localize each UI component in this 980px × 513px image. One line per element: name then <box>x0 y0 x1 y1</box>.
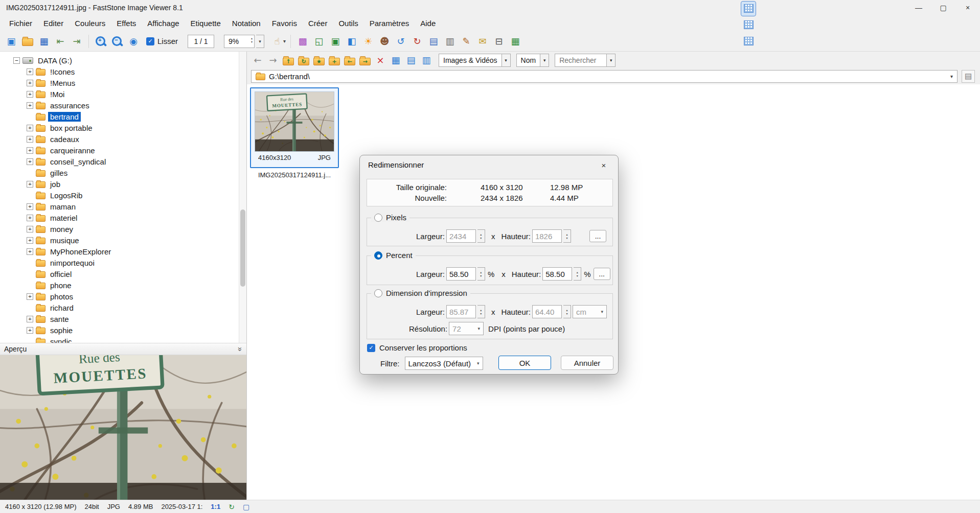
forward-icon[interactable]: → <box>266 54 280 67</box>
copy-to-icon[interactable]: ⇤ <box>53 34 67 49</box>
tree-item-officiel[interactable]: officiel <box>5 268 246 279</box>
expand-icon[interactable]: + <box>27 237 33 244</box>
expand-icon[interactable]: + <box>27 181 33 188</box>
favorites-folder-icon[interactable]: ★ <box>312 54 326 67</box>
tree-item--menus[interactable]: +!Menus <box>5 77 246 88</box>
details-view-icon[interactable]: ▥ <box>420 54 433 67</box>
new-folder-icon[interactable]: + <box>328 54 341 67</box>
expand-icon[interactable]: + <box>27 102 33 109</box>
percent-radio[interactable] <box>374 251 382 260</box>
search-input[interactable] <box>555 54 607 67</box>
tree-label[interactable]: carqueiranne <box>48 146 97 155</box>
menu-favoris[interactable]: Favoris <box>267 17 302 30</box>
smooth-checkbox[interactable]: ✓ Lisser <box>146 37 178 45</box>
expand-icon[interactable]: + <box>27 316 33 322</box>
tree-label[interactable]: !Icones <box>48 67 77 77</box>
tree-label[interactable]: richard <box>48 303 76 313</box>
red-eye-icon[interactable]: ☻ <box>377 34 392 49</box>
tree-item-richard[interactable]: richard <box>5 302 246 313</box>
menu-notation[interactable]: Notation <box>227 17 266 30</box>
tree-label[interactable]: gilles <box>48 168 70 178</box>
list-view-icon[interactable]: ▤ <box>404 54 418 67</box>
thumbnail-item-selected[interactable]: 4160x3120 JPG <box>250 87 339 168</box>
print-size-radio[interactable] <box>374 289 382 297</box>
tree-label[interactable]: !Moi <box>48 89 66 99</box>
move-to-icon[interactable]: ⇥ <box>70 34 84 49</box>
tree-item-sante[interactable]: +sante <box>5 313 246 324</box>
expand-icon[interactable]: + <box>27 203 33 210</box>
print-icon[interactable]: ⊟ <box>492 34 506 49</box>
expand-icon[interactable]: + <box>27 136 33 143</box>
stepper-icon[interactable]: ▴▾ <box>477 267 485 281</box>
tree-item--icones[interactable]: +!Icones <box>5 66 246 77</box>
percent-height-input[interactable]: 58.50 <box>542 267 572 281</box>
histogram-icon[interactable]: ▤ <box>426 34 441 49</box>
zoom-input[interactable]: 9% ▴ ▾ <box>224 35 255 48</box>
search-combo[interactable]: ▾ <box>555 54 616 67</box>
tree-label[interactable]: job <box>48 179 62 189</box>
zoom-dropdown-icon[interactable]: ▾ <box>256 35 264 48</box>
tree-label[interactable]: !Menus <box>48 78 77 88</box>
chevron-down-icon[interactable]: ▾ <box>607 54 616 67</box>
tree-label[interactable]: musique <box>48 236 81 245</box>
email-icon[interactable]: ✉ <box>475 34 490 49</box>
tree-label[interactable]: sophie <box>48 325 75 335</box>
canvas-size-icon[interactable]: ▣ <box>328 34 343 49</box>
tree-label[interactable]: conseil_syndical <box>48 157 108 167</box>
layout-split-icon[interactable] <box>741 34 756 49</box>
draw-icon[interactable]: ✎ <box>459 34 473 49</box>
menu-fichier[interactable]: Fichier <box>4 17 37 30</box>
menu-parametres[interactable]: Paramètres <box>364 17 415 30</box>
tree-item-photos[interactable]: +photos <box>5 291 246 302</box>
tree-label[interactable]: syndic <box>48 337 74 343</box>
expand-icon[interactable]: + <box>27 80 33 86</box>
expand-icon[interactable]: + <box>27 293 33 300</box>
crop-icon[interactable]: ▩ <box>295 34 310 49</box>
expand-icon[interactable]: + <box>27 226 33 232</box>
pan-tool-caret-icon[interactable]: ▾ <box>283 38 286 44</box>
back-icon[interactable]: ← <box>251 54 264 67</box>
refresh-icon[interactable]: ↻ <box>229 503 235 511</box>
tree-item-sophie[interactable]: +sophie <box>5 324 246 336</box>
fit-window-icon[interactable]: ▢ <box>243 503 249 511</box>
expand-icon[interactable]: + <box>27 248 33 255</box>
expand-icon[interactable]: + <box>27 158 33 165</box>
tree-label[interactable]: nimportequoi <box>48 258 97 268</box>
tree-label[interactable]: maman <box>48 202 78 212</box>
chevron-down-icon[interactable]: ▾ <box>950 74 953 79</box>
tree-label[interactable]: box portable <box>48 123 95 133</box>
resize-icon[interactable]: ◱ <box>312 34 326 49</box>
tree-label[interactable]: DATA (G:) <box>36 56 74 65</box>
panel-toggle-icon[interactable]: ▤ <box>962 70 975 83</box>
tree-label[interactable]: money <box>48 224 75 234</box>
move-folder-icon[interactable]: → <box>358 54 372 67</box>
tree-label[interactable]: photos <box>48 292 75 301</box>
percent-presets-button[interactable]: ... <box>594 268 610 280</box>
delete-icon[interactable]: × <box>374 54 387 67</box>
expand-icon[interactable]: + <box>27 215 33 221</box>
open-image-icon[interactable]: ▣ <box>4 34 18 49</box>
tree-label[interactable]: assurances <box>48 101 92 110</box>
expand-icon[interactable]: + <box>27 68 33 75</box>
compare-icon[interactable]: ▥ <box>443 34 457 49</box>
zoom-out-icon[interactable]: − <box>110 34 124 49</box>
save-icon[interactable]: ▦ <box>37 34 51 49</box>
tree-label[interactable]: LogosRib <box>48 191 84 200</box>
tree-label[interactable]: materiel <box>48 213 79 223</box>
refresh-folder-icon[interactable]: ↻ <box>297 54 310 67</box>
tree-item-gilles[interactable]: gilles <box>5 167 246 178</box>
tree-label[interactable]: sante <box>48 314 71 324</box>
expand-icon[interactable]: + <box>27 327 33 334</box>
tree-item--moi[interactable]: +!Moi <box>5 88 246 100</box>
tree-scrollbar[interactable] <box>239 52 246 343</box>
zoom-in-icon[interactable]: + <box>94 34 108 49</box>
chevron-down-icon[interactable]: ▾ <box>502 54 511 67</box>
dialog-close-icon[interactable]: × <box>597 159 611 171</box>
tree-item-cadeaux[interactable]: +cadeaux <box>5 133 246 145</box>
expand-icon[interactable]: + <box>27 125 33 131</box>
tree-item-logosrib[interactable]: LogosRib <box>5 190 246 201</box>
tree-item-myphoneexplorer[interactable]: +MyPhoneExplorer <box>5 246 246 257</box>
tree-item-maman[interactable]: +maman <box>5 201 246 212</box>
ok-button[interactable]: OK <box>498 356 551 370</box>
wallpaper-icon[interactable]: ▦ <box>508 34 522 49</box>
